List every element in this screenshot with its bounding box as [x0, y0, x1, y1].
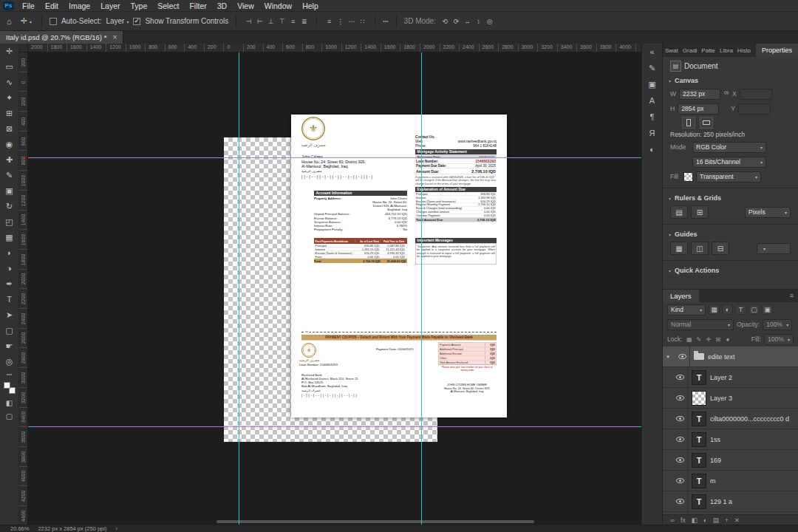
align-icon[interactable]: ⊥: [266, 18, 276, 25]
panel-icon[interactable]: «: [641, 44, 663, 60]
panel-button-icon[interactable]: ◫: [691, 242, 709, 255]
toolbar-tool-icon[interactable]: ◑: [0, 261, 19, 276]
lock-icon[interactable]: ●: [723, 336, 732, 343]
close-tab-icon[interactable]: ×: [112, 33, 117, 41]
status-chevron-icon[interactable]: ›: [115, 525, 117, 532]
distribute-icon[interactable]: ⋯: [347, 18, 356, 25]
quick-mask-icon[interactable]: ◧: [6, 397, 13, 410]
lock-icon[interactable]: ⊞: [714, 336, 722, 343]
toolbar-tool-icon[interactable]: ▢: [0, 323, 19, 338]
layer-filter-icon[interactable]: ◐: [722, 304, 733, 315]
menu-item[interactable]: 3D: [212, 0, 232, 12]
3d-mode-icon[interactable]: ↕: [474, 18, 483, 25]
menu-item[interactable]: Window: [259, 0, 297, 12]
distribute-icon[interactable]: ⋮: [335, 18, 345, 25]
panel-tab[interactable]: Actio: [753, 45, 754, 57]
link-dimensions-icon[interactable]: 8: [723, 91, 730, 97]
menu-item[interactable]: Layer: [95, 0, 125, 12]
panel-tab[interactable]: Patte: [699, 45, 717, 57]
guide-vertical-left[interactable]: [239, 52, 239, 525]
guides-section-header[interactable]: ▾Guides: [663, 228, 798, 240]
menu-item[interactable]: Image: [64, 0, 95, 12]
panel-button-icon[interactable]: ⊞: [691, 205, 709, 219]
zoom-level[interactable]: 20.66%: [10, 525, 29, 532]
panel-icon[interactable]: ▣: [641, 76, 663, 92]
tab-layers[interactable]: Layers: [663, 290, 699, 302]
width-field[interactable]: 2232 px: [679, 89, 720, 100]
toolbar-tool-icon[interactable]: ◉: [0, 137, 19, 152]
layer-filter-icon[interactable]: T: [735, 304, 746, 315]
toolbar-tool-icon[interactable]: ⊠: [0, 121, 19, 137]
toolbar-tool-icon[interactable]: ✦: [0, 90, 19, 106]
panel-tab[interactable]: Histo: [735, 45, 753, 57]
layers-action-icon[interactable]: fx: [681, 516, 686, 524]
layer-row[interactable]: ▾ cilta0000000...cccccccc0 d: [663, 409, 798, 429]
units-dropdown[interactable]: Pixels: [745, 207, 791, 218]
show-transform-checkbox[interactable]: [133, 18, 140, 25]
align-icon[interactable]: ≣: [299, 18, 309, 25]
panel-button-icon[interactable]: ▤: [670, 205, 688, 219]
layers-action-icon[interactable]: ∞: [670, 516, 675, 524]
quick-actions-section-header[interactable]: ▾Quick Actions: [663, 265, 798, 276]
panel-button-icon[interactable]: ⊟: [712, 242, 729, 255]
layers-action-icon[interactable]: ▤: [713, 516, 719, 524]
auto-select-target-dropdown[interactable]: Layer: [106, 17, 129, 25]
color-swatches[interactable]: [4, 382, 16, 394]
horizontal-scrollbar[interactable]: [216, 520, 534, 523]
panel-icon[interactable]: ¶: [641, 109, 663, 125]
toolbar-tool-icon[interactable]: ◎: [0, 354, 19, 369]
toolbar-tool-icon[interactable]: ▦: [0, 230, 19, 245]
lock-icon[interactable]: ▦: [685, 336, 693, 343]
lock-icon[interactable]: ✛: [704, 336, 712, 343]
fill-opacity-dropdown[interactable]: 100%: [764, 334, 794, 345]
toolbar-tool-icon[interactable]: ✎: [0, 168, 19, 183]
fill-swatch[interactable]: [683, 172, 693, 182]
align-icon[interactable]: ≡: [288, 18, 298, 25]
menu-item[interactable]: Help: [297, 0, 324, 12]
panel-tab[interactable]: Libra: [717, 45, 735, 57]
menu-item[interactable]: View: [232, 0, 259, 12]
menu-item[interactable]: Select: [152, 0, 184, 12]
rulers-grids-section-header[interactable]: ▾Rulers & Grids: [663, 192, 798, 204]
bit-depth-dropdown[interactable]: 16 Bits/Channel: [692, 157, 766, 168]
layer-row[interactable]: ▾ 169: [663, 450, 798, 471]
layer-filter-icon[interactable]: ▣: [762, 304, 773, 315]
screen-mode-icon[interactable]: ▢: [6, 410, 13, 423]
panel-icon[interactable]: ✎: [641, 60, 663, 76]
layer-visibility-toggle[interactable]: [673, 367, 688, 388]
distribute-icon[interactable]: ∷: [358, 18, 367, 25]
menu-item[interactable]: Filter: [184, 0, 211, 12]
layer-row[interactable]: ▾ m: [663, 471, 798, 491]
panel-tab[interactable]: Swat: [663, 45, 681, 57]
toolbar-tool-icon[interactable]: ✚: [0, 152, 19, 168]
layer-visibility-toggle[interactable]: [675, 347, 690, 367]
layers-action-icon[interactable]: ✕: [734, 516, 740, 524]
lock-icon[interactable]: ✎: [695, 336, 703, 343]
layer-visibility-toggle[interactable]: [673, 429, 688, 450]
home-icon[interactable]: ⌂: [4, 17, 14, 26]
height-field[interactable]: 2854 px: [678, 103, 719, 115]
toolbar-tool-icon[interactable]: ↻: [0, 199, 19, 214]
layer-visibility-toggle[interactable]: [673, 409, 688, 429]
3d-mode-icon[interactable]: ⟳: [451, 18, 461, 25]
panel-icon[interactable]: Я: [641, 125, 663, 141]
layer-row[interactable]: ▾ Layer 2: [663, 367, 798, 388]
toolbar-tool-icon[interactable]: ☛: [0, 338, 19, 354]
layer-row[interactable]: ▾ edite text: [663, 347, 798, 367]
toolbar-tool-icon[interactable]: ▭: [0, 59, 19, 75]
layer-row[interactable]: ▾ 1ss: [663, 429, 798, 450]
layer-visibility-toggle[interactable]: [673, 471, 688, 491]
layer-row[interactable]: ▾ 129 1 a: [663, 491, 798, 512]
guide-horizontal-bottom[interactable]: [28, 426, 641, 427]
3d-mode-icon[interactable]: ◎: [485, 18, 494, 25]
edit-toolbar-icon[interactable]: •••: [7, 372, 12, 377]
guides-dropdown[interactable]: [757, 243, 791, 254]
menu-item[interactable]: File: [17, 0, 40, 12]
menu-item[interactable]: Type: [125, 0, 152, 12]
toolbar-tool-icon[interactable]: ✒: [0, 276, 19, 292]
layers-action-icon[interactable]: +: [725, 516, 729, 524]
toolbar-tool-icon[interactable]: ◗: [0, 245, 19, 261]
panel-button-icon[interactable]: ▦: [670, 242, 688, 255]
group-expand-icon[interactable]: ▾: [664, 354, 672, 360]
fill-dropdown[interactable]: Transparent: [696, 171, 761, 183]
